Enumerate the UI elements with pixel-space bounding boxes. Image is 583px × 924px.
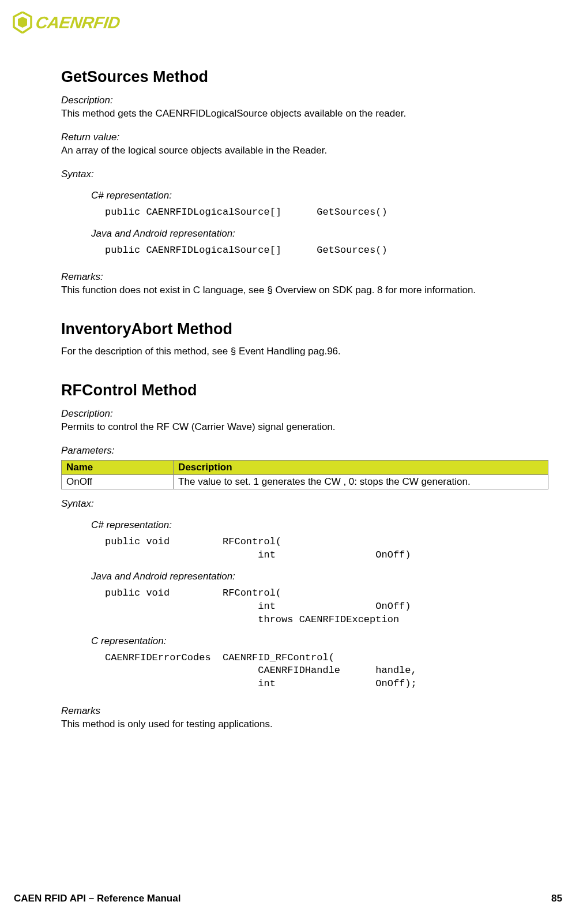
td-description: The value to set. 1 generates the CW , 0…	[174, 475, 548, 489]
label-remarks: Remarks:	[61, 271, 548, 284]
th-description: Description	[174, 461, 548, 475]
th-name: Name	[62, 461, 174, 475]
label-rf-csharp: C# representation:	[91, 519, 548, 532]
heading-inventoryabort: InventoryAbort Method	[61, 320, 548, 338]
footer-title: CAEN RFID API – Reference Manual	[14, 893, 180, 904]
table-header-row: Name Description	[62, 461, 548, 475]
label-parameters: Parameters:	[61, 444, 548, 458]
code-rf-csharp: public void RFControl( int OnOff)	[105, 536, 548, 562]
heading-rfcontrol: RFControl Method	[61, 381, 548, 399]
page-content: GetSources Method Description: This meth…	[61, 68, 548, 731]
label-syntax: Syntax:	[61, 168, 548, 181]
page-footer: CAEN RFID API – Reference Manual 85	[14, 893, 562, 904]
td-name: OnOff	[62, 475, 174, 489]
text-rf-description: Permits to control the RF CW (Carrier Wa…	[61, 421, 548, 434]
code-rf-c: CAENRFIDErrorCodes CAENRFID_RFControl( C…	[105, 652, 548, 691]
code-csharp: public CAENRFIDLogicalSource[] GetSource…	[105, 206, 548, 219]
code-java: public CAENRFIDLogicalSource[] GetSource…	[105, 244, 548, 257]
label-rf-c: C representation:	[91, 635, 548, 648]
label-return-value: Return value:	[61, 131, 548, 144]
label-rf-description: Description:	[61, 407, 548, 421]
label-rf-syntax: Syntax:	[61, 497, 548, 511]
shield-icon	[13, 12, 32, 33]
label-description: Description:	[61, 94, 548, 107]
text-remarks: This function does not exist in C langua…	[61, 284, 548, 297]
label-rf-java: Java and Android representation:	[91, 570, 548, 583]
heading-getsources: GetSources Method	[61, 68, 548, 86]
text-rf-remarks: This method is only used for testing app…	[61, 718, 548, 731]
text-description: This method gets the CAENRFIDLogicalSour…	[61, 107, 548, 121]
parameters-table: Name Description OnOff The value to set.…	[61, 460, 548, 489]
code-rf-java: public void RFControl( int OnOff) throws…	[105, 587, 548, 627]
text-return-value: An array of the logical source objects a…	[61, 144, 548, 158]
page-number: 85	[551, 893, 562, 904]
brand-logo: CAENRFID	[13, 12, 583, 33]
label-rf-remarks: Remarks	[61, 705, 548, 718]
brand-text: CAENRFID	[35, 13, 121, 32]
table-row: OnOff The value to set. 1 generates the …	[62, 475, 548, 489]
label-java: Java and Android representation:	[91, 227, 548, 241]
text-inventoryabort: For the description of this method, see …	[61, 345, 548, 358]
label-csharp: C# representation:	[91, 189, 548, 203]
